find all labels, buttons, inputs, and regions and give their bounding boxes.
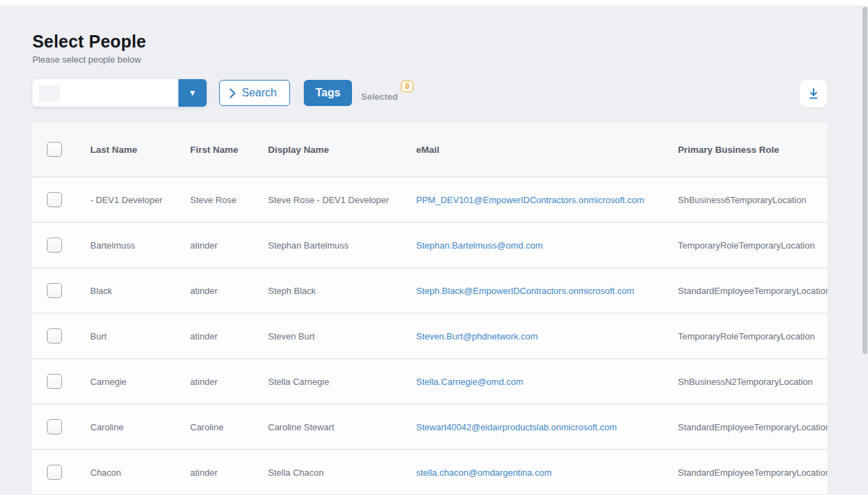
cell-role: ShBusiness6TemporaryLocation bbox=[678, 195, 827, 205]
email-link[interactable]: stella.chacon@omdargentina.com bbox=[416, 467, 552, 478]
select-all-checkbox[interactable] bbox=[47, 142, 62, 157]
cell-first-name: atinder bbox=[190, 377, 268, 387]
chevron-right-icon bbox=[229, 88, 236, 98]
people-filter-combobox[interactable]: ▼ bbox=[32, 79, 207, 107]
cell-role: StandardEmployeeTemporaryLocation bbox=[678, 467, 827, 478]
column-header-display-name: Display Name bbox=[268, 145, 416, 155]
cell-role: StandardEmployeeTemporaryLocation bbox=[678, 422, 827, 432]
cell-email: PPM_DEV101@EmpowerIDContractors.onmicros… bbox=[416, 195, 678, 205]
column-header-email: eMail bbox=[416, 145, 678, 155]
combobox-value-placeholder bbox=[39, 85, 60, 102]
cell-last-name: Caroline bbox=[90, 422, 190, 432]
row-checkbox-cell bbox=[32, 238, 90, 253]
cell-display-name: Steph Black bbox=[268, 286, 416, 296]
cell-role: TemporaryRoleTemporaryLocation bbox=[678, 331, 827, 341]
combobox-dropdown-button[interactable]: ▼ bbox=[178, 79, 207, 107]
cell-email: Steph.Black@EmpowerIDContractors.onmicro… bbox=[416, 286, 678, 296]
search-button-label: Search bbox=[242, 87, 277, 99]
row-checkbox[interactable] bbox=[47, 374, 62, 389]
column-header-role: Primary Business Role bbox=[678, 145, 827, 155]
column-header-first-name: First Name bbox=[190, 145, 268, 155]
cell-email: Stewart40042@eidairproductslab.onmicroso… bbox=[416, 422, 678, 432]
selected-count-badge: 0 bbox=[401, 81, 413, 92]
people-table-body: - DEV1 Developer Steve Rose Steve Rose -… bbox=[32, 178, 827, 495]
cell-email: Steven.Burt@phdnetwork.com bbox=[416, 331, 678, 341]
row-checkbox-cell bbox=[32, 192, 90, 207]
cell-role: TemporaryRoleTemporaryLocation bbox=[678, 240, 827, 251]
cell-display-name: Steven Burt bbox=[268, 331, 416, 341]
row-checkbox-cell bbox=[32, 283, 90, 298]
row-checkbox[interactable] bbox=[47, 465, 62, 480]
cell-email: stella.chacon@omdargentina.com bbox=[416, 467, 678, 478]
row-checkbox[interactable] bbox=[47, 283, 62, 298]
cell-first-name: atinder bbox=[190, 331, 268, 341]
row-checkbox-cell bbox=[32, 374, 90, 389]
email-link[interactable]: Steven.Burt@phdnetwork.com bbox=[416, 331, 538, 341]
row-checkbox[interactable] bbox=[47, 238, 62, 253]
row-checkbox-cell bbox=[32, 328, 90, 344]
cell-last-name: Chacon bbox=[90, 467, 190, 478]
table-row: - DEV1 Developer Steve Rose Steve Rose -… bbox=[32, 178, 827, 223]
cell-last-name: Black bbox=[90, 286, 190, 296]
table-header-row: Last Name First Name Display Name eMail … bbox=[32, 123, 827, 178]
row-checkbox-cell bbox=[32, 419, 90, 434]
download-button[interactable] bbox=[800, 80, 827, 107]
row-checkbox[interactable] bbox=[47, 328, 62, 344]
search-button[interactable]: Search bbox=[219, 80, 290, 106]
cell-display-name: Stella Carnegie bbox=[268, 377, 416, 387]
selected-label: Selected bbox=[361, 92, 397, 102]
select-people-page: Select People Please select people below… bbox=[0, 6, 868, 495]
tags-button[interactable]: Tags bbox=[304, 80, 352, 106]
row-checkbox[interactable] bbox=[47, 192, 62, 207]
toolbar: ▼ Search Tags Selected 0 bbox=[0, 79, 868, 108]
cell-first-name: atinder bbox=[190, 467, 268, 478]
email-link[interactable]: Stewart40042@eidairproductslab.onmicroso… bbox=[416, 422, 617, 432]
page-subtitle: Please select people below bbox=[32, 54, 146, 65]
table-row: Bartelmuss atinder Stephan Bartelmuss St… bbox=[32, 223, 827, 268]
row-checkbox[interactable] bbox=[47, 419, 62, 434]
cell-last-name: Burt bbox=[90, 331, 190, 341]
table-row: Chacon atinder Stella Chacon stella.chac… bbox=[32, 450, 827, 495]
combobox-value-area[interactable] bbox=[32, 79, 178, 107]
cell-display-name: Stephan Bartelmuss bbox=[268, 240, 416, 251]
cell-last-name: Bartelmuss bbox=[90, 240, 190, 251]
cell-display-name: Stella Chacon bbox=[268, 467, 416, 478]
header-checkbox-cell bbox=[32, 142, 90, 157]
selected-counter: Selected 0 bbox=[361, 90, 397, 103]
cell-role: StandardEmployeeTemporaryLocation bbox=[678, 286, 827, 296]
email-link[interactable]: PPM_DEV101@EmpowerIDContractors.onmicros… bbox=[416, 195, 644, 205]
scrollbar-thumb[interactable] bbox=[862, 7, 867, 354]
top-strip bbox=[0, 0, 868, 6]
cell-display-name: Caroline Stewart bbox=[268, 422, 416, 432]
cell-first-name: atinder bbox=[190, 286, 268, 296]
people-table: Last Name First Name Display Name eMail … bbox=[32, 123, 827, 495]
page-title: Select People bbox=[32, 32, 146, 52]
cell-first-name: Caroline bbox=[190, 422, 268, 432]
cell-email: Stephan.Bartelmuss@omd.com bbox=[416, 240, 678, 251]
table-row: Black atinder Steph Black Steph.Black@Em… bbox=[32, 268, 827, 314]
cell-first-name: atinder bbox=[190, 240, 268, 251]
page-header: Select People Please select people below bbox=[32, 32, 146, 65]
table-row: Burt atinder Steven Burt Steven.Burt@phd… bbox=[32, 314, 827, 359]
chevron-down-icon: ▼ bbox=[189, 89, 197, 97]
email-link[interactable]: Stella.Carnegie@omd.com bbox=[416, 377, 524, 387]
vertical-scrollbar[interactable] bbox=[862, 6, 868, 495]
table-row: Carnegie atinder Stella Carnegie Stella.… bbox=[32, 359, 827, 405]
cell-email: Stella.Carnegie@omd.com bbox=[416, 377, 678, 387]
download-icon bbox=[807, 87, 820, 101]
email-link[interactable]: Steph.Black@EmpowerIDContractors.onmicro… bbox=[416, 286, 634, 296]
cell-last-name: - DEV1 Developer bbox=[90, 195, 190, 205]
cell-role: ShBusinessN2TemporaryLocation bbox=[678, 377, 827, 387]
tags-button-label: Tags bbox=[316, 87, 340, 98]
column-header-last-name: Last Name bbox=[90, 145, 190, 155]
email-link[interactable]: Stephan.Bartelmuss@omd.com bbox=[416, 240, 543, 251]
cell-first-name: Steve Rose bbox=[190, 195, 268, 205]
row-checkbox-cell bbox=[32, 465, 90, 480]
cell-last-name: Carnegie bbox=[90, 377, 190, 387]
cell-display-name: Steve Rose - DEV1 Developer bbox=[268, 195, 416, 205]
table-row: Caroline Caroline Caroline Stewart Stewa… bbox=[32, 405, 827, 450]
